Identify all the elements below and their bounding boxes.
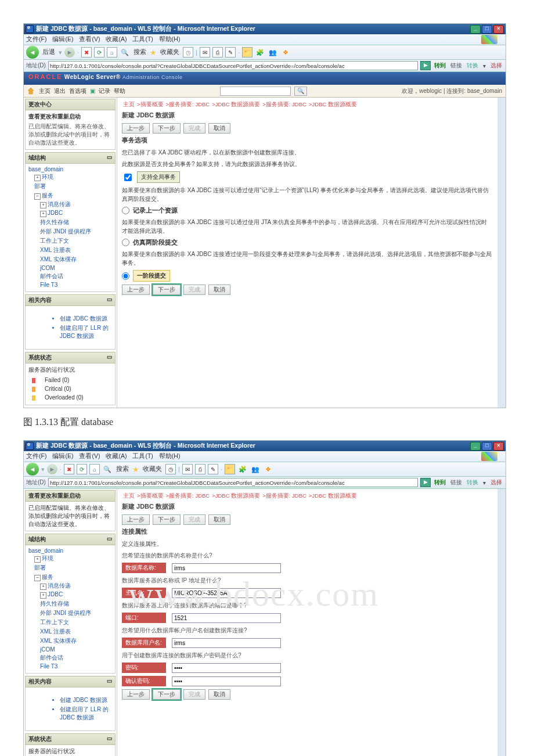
rss-icon[interactable]: ❖: [280, 47, 291, 57]
tree-xmlent[interactable]: XML 实体缓存: [40, 636, 112, 646]
menu-fav[interactable]: 收藏(A): [106, 452, 127, 460]
tree-deploy[interactable]: 部署: [34, 182, 112, 191]
rel-link-2[interactable]: 创建启用了 LLR 的 JDBC 数据源: [60, 323, 112, 341]
global-tx-checkbox[interactable]: [124, 174, 132, 181]
window-maximize[interactable]: □: [482, 25, 492, 34]
select-label[interactable]: 选择: [490, 478, 502, 487]
search-label[interactable]: 搜索: [116, 465, 129, 473]
top-logout[interactable]: 退出: [54, 87, 66, 95]
fav-label[interactable]: 收藏夹: [143, 465, 162, 473]
go-label[interactable]: 转到: [434, 62, 446, 70]
links-label[interactable]: 链接: [450, 478, 462, 487]
tree-jndi[interactable]: 外部 JNDI 提供程序: [40, 609, 112, 618]
pwd2-input[interactable]: [172, 676, 281, 686]
mail-icon[interactable]: ✉: [182, 464, 193, 474]
print-icon[interactable]: ⎙: [195, 464, 205, 474]
menu-file[interactable]: 文件(F): [26, 452, 46, 460]
console-search-btn[interactable]: 🔍: [294, 87, 307, 96]
tree-jndi[interactable]: 外部 JNDI 提供程序: [40, 227, 112, 236]
next-button[interactable]: 下一步: [153, 689, 181, 700]
menu-file[interactable]: 文件(F): [26, 35, 46, 44]
tree-xmlreg[interactable]: XML 注册表: [40, 627, 112, 636]
tree-root[interactable]: base_domain: [28, 166, 112, 172]
history-icon[interactable]: ◷: [183, 47, 193, 57]
window-maximize[interactable]: □: [482, 442, 492, 451]
tree-xmlent[interactable]: XML 实体缓存: [40, 255, 112, 264]
address-input[interactable]: [48, 61, 418, 70]
tree-jcom[interactable]: jCOM: [40, 646, 112, 653]
home-icon[interactable]: ⌂: [107, 47, 117, 57]
dbname-input[interactable]: [172, 563, 281, 573]
tree-root[interactable]: base_domain: [28, 548, 112, 554]
prev-button[interactable]: 上一步: [122, 123, 150, 134]
tree-messaging[interactable]: +消息传递: [40, 200, 112, 209]
stop-icon[interactable]: ✖: [81, 47, 92, 57]
menu-tools[interactable]: 工具(T): [132, 35, 153, 44]
search-icon[interactable]: 🔍: [120, 47, 130, 57]
address-input[interactable]: [48, 478, 418, 487]
tree-deploy[interactable]: 部署: [34, 563, 112, 573]
tree-jdbc[interactable]: +JDBC: [40, 209, 112, 218]
view-changes[interactable]: 查看更改和重新启动: [28, 492, 81, 500]
top-help[interactable]: 帮助: [114, 87, 125, 95]
tree-mail[interactable]: 邮件会话: [40, 272, 112, 281]
host-input[interactable]: [172, 588, 281, 598]
rss-icon[interactable]: ❖: [263, 464, 273, 474]
window-close[interactable]: ×: [493, 442, 504, 451]
tree-persist[interactable]: 持久性存储: [40, 218, 112, 227]
msgr-icon[interactable]: 👥: [268, 47, 278, 57]
menu-tools[interactable]: 工具(T): [132, 452, 153, 460]
console-search[interactable]: [220, 87, 291, 96]
user-input[interactable]: [172, 638, 281, 648]
prev-button[interactable]: 上一步: [122, 285, 150, 295]
prev-button[interactable]: 上一步: [122, 514, 150, 525]
tree-persist[interactable]: 持久性存储: [40, 599, 112, 609]
tree-filet3[interactable]: File T3: [40, 663, 112, 670]
swap-label[interactable]: 转换: [467, 62, 478, 70]
mail-icon[interactable]: ✉: [200, 47, 210, 57]
fav-icon[interactable]: ★: [150, 48, 157, 57]
cancel-button[interactable]: 取消: [208, 285, 230, 295]
rel-link-1[interactable]: 创建 JDBC 数据源: [60, 696, 112, 705]
top-home[interactable]: 主页: [39, 87, 50, 95]
next-button[interactable]: 下一步: [153, 123, 181, 134]
puzzle-icon[interactable]: 🧩: [237, 464, 248, 474]
pwd-input[interactable]: [172, 663, 281, 673]
back-label[interactable]: 后退: [42, 48, 55, 56]
menu-view[interactable]: 查看(V): [79, 35, 100, 44]
msgr-icon[interactable]: 👥: [250, 464, 261, 474]
edit-icon[interactable]: ✎: [225, 47, 236, 57]
select-label[interactable]: 选择: [490, 62, 502, 70]
opt2-radio[interactable]: [122, 239, 129, 246]
tree-filet3[interactable]: File T3: [40, 281, 112, 289]
tree-services[interactable]: −服务 +消息传递 +JDBC 持久性存储 外部 JNDI 提供程序 工作上下文…: [34, 191, 112, 289]
history-icon[interactable]: ◷: [165, 464, 176, 474]
tree-xmlreg[interactable]: XML 注册表: [40, 246, 112, 255]
next-button[interactable]: 下一步: [153, 514, 181, 525]
tree-workctx[interactable]: 工作上下文: [40, 236, 112, 246]
refresh-icon[interactable]: ⟳: [77, 464, 87, 474]
cancel-button[interactable]: 取消: [208, 123, 230, 134]
fav-icon[interactable]: ★: [132, 465, 139, 474]
print-icon[interactable]: ⎙: [212, 47, 223, 57]
go-button[interactable]: ▶: [420, 478, 431, 487]
collapse-icon[interactable]: ▭: [107, 154, 112, 162]
window-close[interactable]: ×: [493, 25, 504, 34]
cancel-button[interactable]: 取消: [208, 514, 230, 525]
go-button[interactable]: ▶: [420, 61, 431, 70]
menu-help[interactable]: 帮助(H): [159, 35, 181, 44]
menu-edit[interactable]: 编辑(E): [52, 35, 73, 44]
opt3-radio[interactable]: [122, 272, 129, 280]
folder-icon[interactable]: 📁: [242, 47, 252, 57]
search-icon[interactable]: 🔍: [102, 464, 113, 474]
window-minimize[interactable]: _: [470, 442, 481, 451]
folder-icon[interactable]: 📁: [225, 464, 235, 474]
rel-link-2[interactable]: 创建启用了 LLR 的 JDBC 数据源: [60, 705, 112, 722]
opt1-radio[interactable]: [122, 207, 129, 214]
menu-edit[interactable]: 编辑(E): [52, 452, 73, 460]
search-label[interactable]: 搜索: [134, 48, 146, 56]
menu-fav[interactable]: 收藏(A): [106, 35, 127, 44]
forward-icon[interactable]: ►: [47, 464, 57, 474]
tree-jdbc[interactable]: +JDBC: [40, 591, 112, 599]
edit-icon[interactable]: ✎: [208, 464, 218, 474]
